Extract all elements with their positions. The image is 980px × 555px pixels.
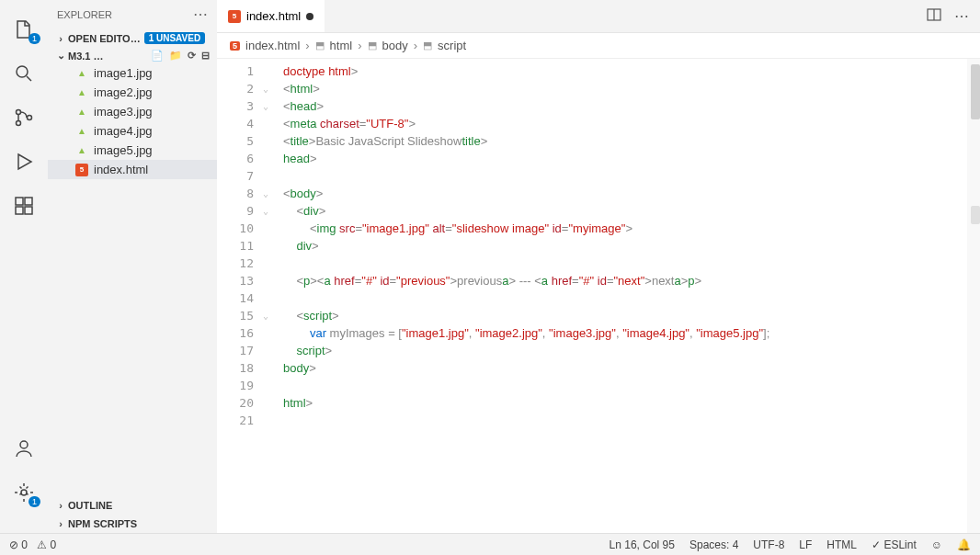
folder-header[interactable]: ⌄ M3.1 … 📄 📁 ⟳ ⊟ [48,48,217,63]
breadcrumb-body[interactable]: body [382,39,408,52]
svg-point-0 [17,66,28,77]
breadcrumb[interactable]: 5 index.html › ⬒ html › ⬒ body › ⬒ scrip… [217,33,980,59]
line-numbers: 123456789101112131415161718192021 [217,59,263,533]
run-debug-icon[interactable] [11,149,37,175]
file-item[interactable]: ▲image4.jpg [48,121,217,141]
chevron-right-icon: › [414,39,417,52]
svg-point-2 [17,121,21,126]
breadcrumb-html[interactable]: html [330,39,353,52]
chevron-right-icon: › [305,39,309,52]
editor-area: 5 index.html ⋯ 5 index.html › ⬒ html › ⬒… [217,0,980,533]
breadcrumb-script[interactable]: script [438,39,466,52]
file-item[interactable]: ▲image1.jpg [48,63,217,83]
html-file-icon: 5 [228,10,241,23]
outline-label: OUTLINE [68,500,112,511]
svg-rect-6 [16,207,23,214]
new-folder-icon[interactable]: 📁 [169,50,182,62]
file-name: image3.jpg [94,105,153,119]
svg-rect-7 [25,207,32,214]
status-bar: ⊘ 0 ⚠ 0 Ln 16, Col 95 Spaces: 4 UTF-8 LF… [0,533,980,555]
refresh-icon[interactable]: ⟳ [188,50,196,62]
image-file-icon: ▲ [75,67,88,80]
eol[interactable]: LF [799,538,812,551]
svg-point-8 [20,441,28,448]
svg-point-3 [28,116,32,120]
tag-icon: ⬒ [423,40,432,51]
svg-point-1 [17,110,21,115]
file-name: image2.jpg [94,85,153,99]
outline-header[interactable]: › OUTLINE [48,496,217,515]
chevron-right-icon: › [358,39,361,52]
svg-point-9 [21,490,27,495]
feedback-icon[interactable]: ☺ [931,538,942,551]
minimap[interactable] [967,59,980,533]
fold-gutter[interactable]: ⌄⌄⌄⌄⌄ [263,59,279,533]
chevron-down-icon: ⌄ [55,50,66,62]
open-editors-header[interactable]: › OPEN EDITO… 1 UNSAVED [48,28,217,48]
tag-icon: ⬒ [368,40,377,51]
language-mode[interactable]: HTML [826,538,857,551]
indentation[interactable]: Spaces: 4 [689,538,738,551]
cursor-position[interactable]: Ln 16, Col 95 [610,538,675,551]
explorer-icon[interactable]: 1 [11,17,37,42]
image-file-icon: ▲ [75,125,88,138]
tab-bar: 5 index.html ⋯ [217,0,980,33]
html-file-icon: 5 [230,41,240,51]
npm-scripts-header[interactable]: › NPM SCRIPTS [48,515,217,533]
chevron-right-icon: › [55,518,66,529]
html-file-icon: 5 [75,164,88,176]
editor-more-icon[interactable]: ⋯ [954,7,969,25]
source-control-icon[interactable] [11,105,37,130]
folder-name: M3.1 … [68,51,104,62]
breadcrumb-file[interactable]: index.html [245,39,300,52]
image-file-icon: ▲ [75,86,88,99]
file-name: index.html [94,163,148,176]
eslint-status[interactable]: ✓ ESLint [872,538,917,551]
search-icon[interactable] [11,61,37,86]
file-name: image4.jpg [94,124,153,138]
split-editor-icon[interactable] [927,7,941,25]
account-icon[interactable] [11,436,37,461]
file-name: image1.jpg [94,66,153,80]
explorer-badge: 1 [28,33,40,44]
encoding[interactable]: UTF-8 [753,538,784,551]
sidebar-title: EXPLORER [57,9,112,20]
file-item[interactable]: 5index.html [48,160,217,179]
sidebar-more-icon[interactable]: ⋯ [193,6,208,23]
unsaved-dot-icon [306,13,313,20]
warnings-count[interactable]: ⚠ 0 [37,538,56,551]
unsaved-badge: 1 UNSAVED [144,32,206,44]
collapse-icon[interactable]: ⊟ [201,50,210,62]
notifications-icon[interactable]: 🔔 [957,538,971,551]
settings-icon[interactable]: 1 [11,480,37,505]
settings-badge: 1 [28,496,40,507]
file-item[interactable]: ▲image3.jpg [48,102,217,121]
open-editors-label: OPEN EDITO… [68,33,141,44]
file-item[interactable]: ▲image2.jpg [48,83,217,102]
extensions-icon[interactable] [11,193,37,219]
tab-index-html[interactable]: 5 index.html [217,0,325,32]
file-item[interactable]: ▲image5.jpg [48,141,217,160]
image-file-icon: ▲ [75,144,88,157]
new-file-icon[interactable]: 📄 [151,50,164,62]
tab-label: index.html [246,9,301,23]
file-name: image5.jpg [94,143,153,157]
tag-icon: ⬒ [315,40,325,51]
sidebar: EXPLORER ⋯ › OPEN EDITO… 1 UNSAVED ⌄ M3.… [48,0,217,533]
code-content[interactable]: doctype html> <html> <head> <meta charse… [279,59,967,533]
chevron-right-icon: › [55,500,66,511]
image-file-icon: ▲ [75,106,88,119]
file-list: ▲image1.jpg▲image2.jpg▲image3.jpg▲image4… [48,63,217,179]
code-editor[interactable]: 123456789101112131415161718192021 ⌄⌄⌄⌄⌄ … [217,59,980,533]
errors-count[interactable]: ⊘ 0 [9,538,28,551]
chevron-right-icon: › [55,33,66,44]
svg-rect-4 [16,198,23,205]
npm-scripts-label: NPM SCRIPTS [68,518,137,529]
activity-bar: 1 1 [0,0,48,533]
svg-rect-5 [25,198,32,205]
